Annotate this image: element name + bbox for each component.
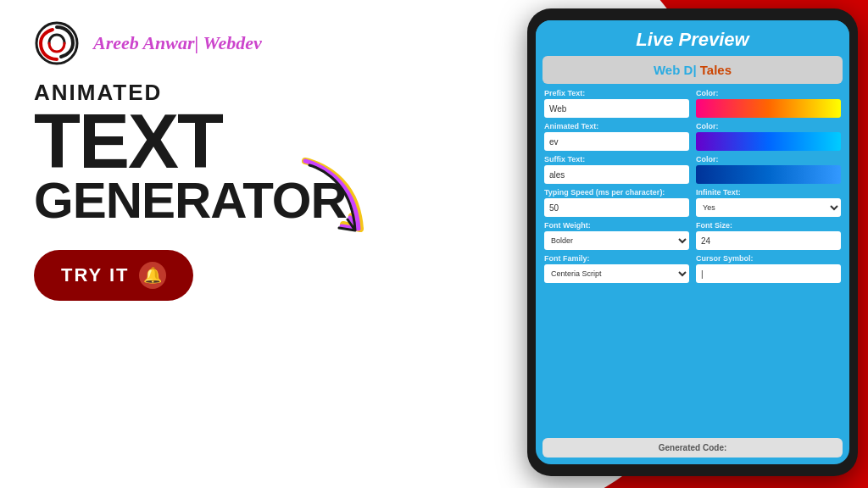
animated-color-label: Color:	[696, 122, 841, 130]
animated-text-group: Animated Text:	[544, 122, 689, 151]
font-weight-select[interactable]: Bolder Normal Bold	[544, 231, 689, 250]
preview-display: Web D| Tales	[542, 56, 843, 84]
prefix-color-bar[interactable]	[696, 99, 841, 118]
arrow-decoration-icon	[288, 152, 373, 263]
cursor-symbol-label: Cursor Symbol:	[696, 254, 841, 263]
suffix-text-group: Suffix Text:	[544, 155, 689, 184]
prefix-row: Prefix Text: Color:	[544, 89, 841, 118]
tablet-device: Live Preview Web D| Tales Prefix Text: C…	[527, 8, 858, 476]
font-weight-label: Font Weight:	[544, 221, 689, 230]
typing-speed-group: Typing Speed (ms per character):	[544, 188, 689, 217]
headline-text: TEXT	[34, 106, 458, 179]
cursor-symbol-input[interactable]	[696, 264, 841, 283]
live-preview-header: Live Preview	[536, 20, 849, 56]
suffix-row: Suffix Text: Color:	[544, 155, 841, 184]
headline-generator: GENERATOR	[34, 175, 458, 226]
tablet-screen: Live Preview Web D| Tales Prefix Text: C…	[536, 20, 849, 464]
font-size-group: Font Size:	[696, 221, 841, 250]
infinite-text-group: Infinite Text: Yes No	[696, 188, 841, 217]
swirl-logo-icon	[34, 20, 80, 66]
prefix-text-input[interactable]	[544, 99, 689, 118]
animated-color-bar[interactable]	[696, 132, 841, 151]
bell-icon: 🔔	[139, 262, 166, 289]
suffix-color-group: Color:	[696, 155, 841, 184]
prefix-text-group: Prefix Text:	[544, 89, 689, 118]
tablet-body: Live Preview Web D| Tales Prefix Text: C…	[527, 8, 858, 476]
try-it-button[interactable]: TRY IT 🔔	[34, 250, 193, 301]
infinite-text-select[interactable]: Yes No	[696, 198, 841, 217]
suffix-color-bar[interactable]	[696, 165, 841, 184]
font-size-input[interactable]	[696, 231, 841, 250]
generated-code-bar: Generated Code:	[542, 438, 843, 458]
font-weight-row: Font Weight: Bolder Normal Bold Font Siz…	[544, 221, 841, 250]
preview-tales-text: Tales	[700, 63, 732, 77]
svg-point-0	[36, 23, 77, 64]
typing-speed-input[interactable]	[544, 198, 689, 217]
prefix-color-label: Color:	[696, 89, 841, 97]
suffix-color-label: Color:	[696, 155, 841, 164]
font-family-select[interactable]: Centeria Script Arial Georgia	[544, 264, 689, 283]
animated-text-label: Animated Text:	[544, 122, 689, 130]
font-weight-group: Font Weight: Bolder Normal Bold	[544, 221, 689, 250]
brand-name: Areeb Anwar| Webdev	[93, 32, 262, 54]
cursor-symbol-group: Cursor Symbol:	[696, 254, 841, 283]
suffix-text-input[interactable]	[544, 165, 689, 184]
animated-text-input[interactable]	[544, 132, 689, 151]
font-family-label: Font Family:	[544, 254, 689, 263]
infinite-text-label: Infinite Text:	[696, 188, 841, 197]
font-family-group: Font Family: Centeria Script Arial Georg…	[544, 254, 689, 283]
form-area: Prefix Text: Color: Animated Text:	[536, 84, 849, 435]
typing-speed-row: Typing Speed (ms per character): Infinit…	[544, 188, 841, 217]
left-content-area: Areeb Anwar| Webdev ANIMATED TEXT GENERA…	[0, 0, 492, 488]
try-it-label: TRY IT	[61, 264, 129, 286]
typing-speed-label: Typing Speed (ms per character):	[544, 188, 689, 197]
suffix-text-label: Suffix Text:	[544, 155, 689, 164]
font-size-label: Font Size:	[696, 221, 841, 230]
animated-color-group: Color:	[696, 122, 841, 151]
preview-web-text: Web D|	[654, 63, 697, 77]
prefix-color-group: Color:	[696, 89, 841, 118]
animated-row: Animated Text: Color:	[544, 122, 841, 151]
logo-row: Areeb Anwar| Webdev	[34, 20, 458, 66]
font-family-row: Font Family: Centeria Script Arial Georg…	[544, 254, 841, 283]
prefix-text-label: Prefix Text:	[544, 89, 689, 97]
